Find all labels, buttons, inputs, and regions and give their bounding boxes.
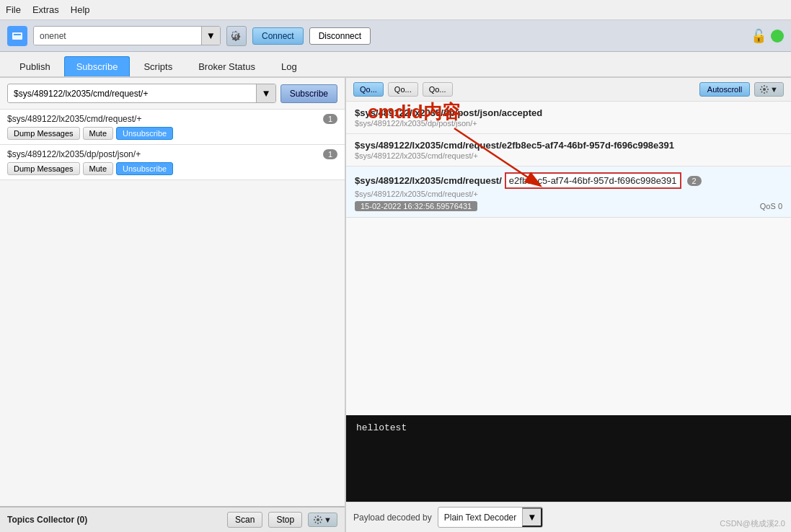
dump-messages-btn-0[interactable]: Dump Messages xyxy=(7,127,80,140)
subscription-item-0: $sys/489122/lx2035/cmd/request/+ 1 Dump … xyxy=(0,110,345,145)
sub-badge-1: 1 xyxy=(323,149,337,159)
menu-extras[interactable]: Extras xyxy=(32,4,59,15)
tab-bar: Publish Subscribe Scripts Broker Status … xyxy=(0,52,791,78)
dump-messages-btn-1[interactable]: Dump Messages xyxy=(7,162,80,175)
svg-point-5 xyxy=(763,88,766,91)
topic-input-wrap: ▼ xyxy=(7,84,276,103)
menu-help[interactable]: Help xyxy=(71,4,90,15)
status-dot xyxy=(771,30,784,43)
broker-icon xyxy=(7,26,27,46)
selected-message[interactable]: $sys/489122/lx2035/cmd/request/e2fb8ec5-… xyxy=(346,167,791,218)
broker-gear-button[interactable] xyxy=(226,26,247,46)
broker-select-wrap: ▼ xyxy=(33,26,221,45)
menu-file[interactable]: File xyxy=(6,4,21,15)
topic-dropdown-btn[interactable]: ▼ xyxy=(256,84,275,102)
msg-topic-main-0: $sys/489122/lx2035/dp/post/json/accepted xyxy=(355,107,782,118)
msg-topic-sub-1: $sys/489122/lx2035/cmd/request/+ xyxy=(355,151,782,160)
tab-scripts[interactable]: Scripts xyxy=(131,56,185,76)
right-panel: Qo... Qo... Qo... Autoscroll ▼ $sys/4891… xyxy=(346,78,791,532)
message-item-0[interactable]: $sys/489122/lx2035/dp/post/json/accepted… xyxy=(346,102,791,134)
msg-topic-sub-0: $sys/489122/lx2035/dp/post/json/+ xyxy=(355,119,782,128)
msg-topic-main-1: $sys/489122/lx2035/cmd/request/e2fb8ec5-… xyxy=(355,140,782,151)
collector-gear-button[interactable]: ▼ xyxy=(308,513,337,527)
watermark: CSDN@桃成溪2.0 xyxy=(720,518,785,529)
messages-settings-gear[interactable]: ▼ xyxy=(754,82,784,97)
mute-btn-1[interactable]: Mute xyxy=(83,162,113,175)
payload-label: Payload decoded by xyxy=(353,513,432,523)
mute-btn-0[interactable]: Mute xyxy=(83,127,113,140)
collector-gear-dropdown: ▼ xyxy=(324,515,332,524)
menubar: File Extras Help xyxy=(0,0,791,20)
scan-button[interactable]: Scan xyxy=(227,512,262,528)
qos1-button[interactable]: Qo... xyxy=(388,82,418,97)
lock-icon: 🔓 xyxy=(751,28,766,44)
payload-dropdown-btn[interactable]: ▼ xyxy=(522,507,542,527)
tab-log[interactable]: Log xyxy=(269,56,309,76)
qos0-button[interactable]: Qo... xyxy=(353,82,384,97)
payload-decoder-wrap: Plain Text Decoder ▼ xyxy=(438,507,544,528)
autoscroll-button[interactable]: Autoscroll xyxy=(699,82,750,97)
broker-input[interactable] xyxy=(34,27,201,45)
svg-point-2 xyxy=(317,518,319,521)
topics-collector-label: Topics Collector (0) xyxy=(7,515,221,525)
connection-status: 🔓 xyxy=(751,28,784,44)
message-content: hellotest xyxy=(346,415,791,502)
subscriptions-list: $sys/489122/lx2035/cmd/request/+ 1 Dump … xyxy=(0,110,345,506)
message-qos: QoS 0 xyxy=(760,202,782,210)
svg-rect-0 xyxy=(12,32,22,40)
toolbar: ▼ Connect Disconnect 🔓 xyxy=(0,20,791,52)
connect-button[interactable]: Connect xyxy=(252,27,304,45)
main-content: ▼ Subscribe $sys/489122/lx2035/cmd/reque… xyxy=(0,78,791,532)
svg-rect-1 xyxy=(14,34,21,35)
message-payload-text: hellotest xyxy=(356,422,407,433)
selected-topic-cmdid: e2fb8ec5-af74-46bf-957d-f696c998e391 xyxy=(505,172,681,189)
stop-button[interactable]: Stop xyxy=(268,512,302,528)
topic-input[interactable] xyxy=(8,85,256,102)
sub-topic-0: $sys/489122/lx2035/cmd/request/+ xyxy=(7,114,141,124)
messages-list: $sys/489122/lx2035/dp/post/json/accepted… xyxy=(346,102,791,415)
sub-topic-1: $sys/489122/lx2035/dp/post/json/+ xyxy=(7,149,141,159)
selected-topic-prefix: $sys/489122/lx2035/cmd/request/ xyxy=(355,175,502,186)
subscription-item-1: $sys/489122/lx2035/dp/post/json/+ 1 Dump… xyxy=(0,145,345,180)
topics-collector: Topics Collector (0) Scan Stop ▼ xyxy=(0,506,345,532)
left-panel: ▼ Subscribe $sys/489122/lx2035/cmd/reque… xyxy=(0,78,346,532)
tab-broker-status[interactable]: Broker Status xyxy=(186,56,268,76)
tab-subscribe[interactable]: Subscribe xyxy=(64,56,131,76)
tab-publish[interactable]: Publish xyxy=(7,56,63,76)
subscribe-button[interactable]: Subscribe xyxy=(280,84,337,103)
disconnect-button[interactable]: Disconnect xyxy=(309,27,371,45)
selected-topic-sub: $sys/489122/lx2035/cmd/request/+ xyxy=(355,190,782,198)
unsubscribe-btn-0[interactable]: Unsubscribe xyxy=(116,127,173,140)
selected-badge: 2 xyxy=(687,176,702,186)
payload-decoder-select[interactable]: Plain Text Decoder xyxy=(438,510,523,526)
sub-badge-0: 1 xyxy=(323,114,337,124)
message-timestamp: 15-02-2022 16:32:56.59576431 xyxy=(355,201,477,211)
unsubscribe-btn-1[interactable]: Unsubscribe xyxy=(116,162,173,175)
messages-toolbar: Qo... Qo... Qo... Autoscroll ▼ xyxy=(346,78,791,102)
qos2-button[interactable]: Qo... xyxy=(423,82,453,97)
message-item-1[interactable]: $sys/489122/lx2035/cmd/request/e2fb8ec5-… xyxy=(346,134,791,167)
right-panel-wrapper: cmdid内容 Qo... Qo... Qo... xyxy=(346,78,791,532)
subscribe-bar: ▼ Subscribe xyxy=(0,78,345,110)
broker-dropdown-btn[interactable]: ▼ xyxy=(201,27,220,45)
